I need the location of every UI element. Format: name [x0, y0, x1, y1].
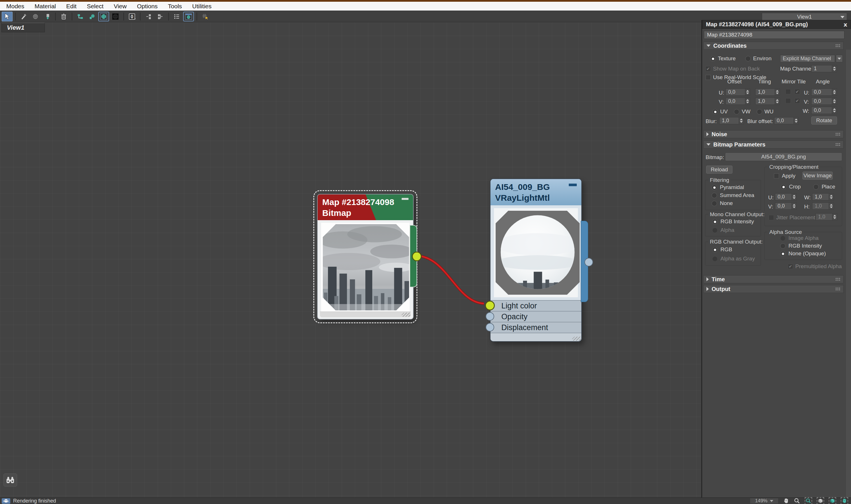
- delete-icon[interactable]: [58, 12, 69, 21]
- tile-v-checkbox[interactable]: ✔: [795, 98, 800, 103]
- rollout-bitmap-parameters[interactable]: Bitmap Parameters: [703, 141, 844, 148]
- pan-to-selected-icon[interactable]: [841, 497, 848, 504]
- view-tab[interactable]: View1: [1, 22, 45, 32]
- mapping-dropdown[interactable]: Explicit Map Channel: [780, 55, 835, 62]
- resize-handle-icon[interactable]: [402, 313, 410, 317]
- drag-grip-icon[interactable]: [835, 277, 840, 281]
- angle-v-spinner[interactable]: 0,0: [811, 98, 837, 105]
- layout-all-icon[interactable]: [172, 12, 182, 21]
- spinner-arrows-icon[interactable]: [775, 89, 780, 95]
- offset-u-spinner[interactable]: 0,0: [726, 89, 750, 96]
- mapping-dropdown-button[interactable]: [836, 55, 843, 62]
- menu-view[interactable]: View: [114, 3, 127, 10]
- wu-radio[interactable]: [757, 109, 762, 114]
- zero-slots-badge[interactable]: 0: [127, 12, 137, 21]
- slot-light-color[interactable]: Light color: [491, 300, 581, 311]
- jitter-spinner[interactable]: 1,0: [816, 213, 837, 220]
- render-status-button[interactable]: [2, 498, 10, 504]
- menu-tools[interactable]: Tools: [168, 3, 182, 10]
- slot-displacement[interactable]: Displacement: [491, 322, 581, 333]
- angle-w-spinner[interactable]: 0,0: [811, 107, 837, 114]
- node-vraylightmtl[interactable]: AI54_009_BG VRayLightMtl: [490, 178, 582, 342]
- blur-spinner[interactable]: 1,0: [719, 117, 744, 124]
- hide-unused-out-icon[interactable]: [155, 12, 166, 21]
- drag-grip-icon[interactable]: [835, 44, 840, 48]
- assign-material-icon[interactable]: [42, 12, 53, 21]
- blur-offset-spinner[interactable]: 0,0: [774, 117, 799, 124]
- drag-grip-icon[interactable]: [835, 132, 840, 136]
- environ-radio[interactable]: [745, 56, 751, 61]
- rollout-noise[interactable]: Noise: [703, 130, 844, 138]
- uv-radio[interactable]: [712, 109, 718, 114]
- premultiplied-alpha-checkbox[interactable]: ✔: [788, 264, 793, 269]
- jitter-checkbox[interactable]: [769, 215, 774, 220]
- layout-stack-icon[interactable]: [87, 12, 97, 21]
- use-real-world-scale-checkbox[interactable]: [706, 75, 711, 80]
- layout-flow-icon[interactable]: [75, 12, 86, 21]
- node-bitmap[interactable]: Map #2138274098 Bitmap: [317, 194, 414, 320]
- panel-scrollbar-track[interactable]: [845, 50, 851, 498]
- rgb-radio[interactable]: [712, 247, 717, 252]
- crop-u-spinner[interactable]: 0,0: [775, 193, 797, 200]
- spinner-arrows-icon[interactable]: [775, 98, 780, 105]
- opacity-input-connector[interactable]: [486, 312, 494, 321]
- zoom-extents-selected-icon[interactable]: [829, 497, 836, 504]
- hide-unused-in-icon[interactable]: [143, 12, 154, 21]
- light-color-input-connector[interactable]: [485, 301, 495, 310]
- spinner-arrows-icon[interactable]: [832, 107, 837, 114]
- spinner-arrows-icon[interactable]: [832, 66, 837, 72]
- pyramidal-radio[interactable]: [712, 185, 717, 190]
- drag-grip-icon[interactable]: [835, 287, 840, 291]
- node-bitmap-titlebar[interactable]: Map #2138274098 Bitmap: [318, 195, 413, 220]
- zoom-level-dropdown[interactable]: 149%: [750, 498, 778, 504]
- spinner-arrows-icon[interactable]: [832, 98, 837, 105]
- view-selector-dropdown[interactable]: View1: [762, 13, 847, 21]
- collapse-node-icon[interactable]: [402, 198, 408, 200]
- vraylightmtl-output-connector[interactable]: [584, 258, 593, 266]
- alpha-none-radio[interactable]: [780, 251, 785, 256]
- texture-radio[interactable]: [710, 56, 715, 61]
- eyedropper-icon[interactable]: [18, 12, 29, 21]
- mono-rgb-intensity-radio[interactable]: [712, 219, 717, 224]
- spinner-arrows-icon[interactable]: [829, 194, 834, 200]
- drag-grip-icon[interactable]: [835, 143, 840, 146]
- slot-opacity[interactable]: Opacity: [491, 311, 581, 322]
- alpha-as-gray-radio[interactable]: [712, 256, 717, 262]
- mirror-v-checkbox[interactable]: [785, 98, 791, 103]
- bitmap-file-button[interactable]: AI54_009_BG.png: [725, 152, 842, 161]
- menu-edit[interactable]: Edit: [66, 3, 76, 10]
- rollout-time[interactable]: Time: [703, 275, 844, 283]
- select-tool-icon[interactable]: [2, 12, 13, 21]
- filtering-none-radio[interactable]: [712, 201, 717, 206]
- spinner-arrows-icon[interactable]: [745, 98, 750, 105]
- show-background-icon[interactable]: [110, 12, 121, 21]
- tiling-v-spinner[interactable]: 1,0: [755, 98, 780, 105]
- menu-select[interactable]: Select: [87, 3, 103, 10]
- pick-material-icon[interactable]: [30, 12, 41, 21]
- crop-h-spinner[interactable]: 1,0: [812, 202, 834, 210]
- node-vraylightmtl-titlebar[interactable]: AI54_009_BG VRayLightMtl: [491, 179, 581, 205]
- map-channel-spinner[interactable]: 1: [811, 65, 837, 72]
- place-radio[interactable]: [813, 184, 819, 190]
- rotate-button[interactable]: Rotate: [811, 116, 837, 125]
- image-alpha-radio[interactable]: [780, 236, 785, 241]
- panel-header[interactable]: Map #2138274098 (AI54_009_BG.png) x: [702, 20, 851, 29]
- crop-radio[interactable]: [781, 184, 786, 190]
- spinner-arrows-icon[interactable]: [745, 89, 750, 95]
- spinner-arrows-icon[interactable]: [829, 203, 834, 209]
- zoom-region-icon[interactable]: [805, 497, 812, 504]
- crop-v-spinner[interactable]: 0,0: [775, 202, 797, 210]
- tiling-u-spinner[interactable]: 1,0: [755, 89, 780, 96]
- spinner-arrows-icon[interactable]: [794, 118, 798, 124]
- spinner-arrows-icon[interactable]: [792, 194, 796, 200]
- menu-material[interactable]: Material: [35, 3, 56, 10]
- summed-area-radio[interactable]: [712, 193, 717, 198]
- navigator-button[interactable]: [3, 473, 17, 487]
- rollout-coordinates[interactable]: Coordinates: [703, 42, 844, 50]
- wire-bitmap-to-lightcolor[interactable]: [418, 256, 484, 304]
- displacement-input-connector[interactable]: [486, 323, 494, 331]
- spinner-arrows-icon[interactable]: [832, 214, 837, 220]
- node-view-canvas[interactable]: View1 Map #2138274098 Bitmap: [0, 22, 701, 498]
- menu-modes[interactable]: Modes: [6, 3, 24, 10]
- spinner-arrows-icon[interactable]: [739, 118, 744, 124]
